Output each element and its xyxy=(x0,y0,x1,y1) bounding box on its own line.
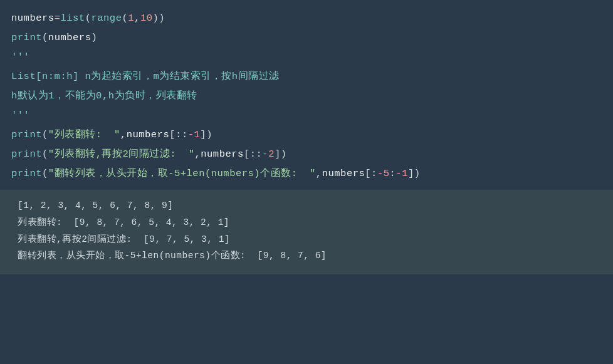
paren: ( xyxy=(42,168,48,179)
bracket: ] xyxy=(408,168,414,179)
docstring: List[n:m:h] n为起始索引，m为结束索引，按h间隔过滤 xyxy=(11,71,280,82)
number: 2 xyxy=(268,148,275,160)
docstring: h默认为1，不能为0,h为负时，列表翻转 xyxy=(11,90,197,101)
bracket: ] xyxy=(200,129,206,140)
number: 10 xyxy=(140,13,153,24)
colon: : xyxy=(176,129,182,140)
colon: : xyxy=(250,148,256,160)
function: print xyxy=(11,148,42,160)
output-line: 翻转列表，从头开始，取-5+len(numbers)个函数: [9, 8, 7,… xyxy=(18,247,595,264)
code-line: ''' xyxy=(11,48,602,67)
code-line: print(numbers) xyxy=(11,28,602,48)
comma: , xyxy=(134,13,140,24)
paren: ( xyxy=(42,129,48,140)
code-line: List[n:m:h] n为起始索引，m为结束索引，按h间隔过滤 xyxy=(11,67,602,86)
function: range xyxy=(91,13,122,24)
paren: ) xyxy=(91,32,97,43)
string: "列表翻转,再按2间隔过滤: " xyxy=(48,148,195,160)
docstring-delim: ''' xyxy=(11,51,29,63)
minus: - xyxy=(377,168,384,179)
bracket: [ xyxy=(365,168,371,179)
paren: ) xyxy=(153,13,159,24)
bracket: [ xyxy=(244,148,250,160)
function: list xyxy=(60,13,85,24)
code-line: h默认为1，不能为0,h为负时，列表翻转 xyxy=(11,86,602,106)
comma: , xyxy=(120,129,127,140)
output-line: 列表翻转,再按2间隔过滤: [9, 7, 5, 3, 1] xyxy=(18,231,595,248)
output-line: [1, 2, 3, 4, 5, 6, 7, 8, 9] xyxy=(18,197,595,214)
variable: numbers xyxy=(48,32,92,43)
code-line: print("列表翻转,再按2间隔过滤: ",numbers[::-2]) xyxy=(11,145,602,164)
string: "翻转列表，从头开始，取-5+len(numbers)个函数: " xyxy=(48,168,316,179)
bracket: [ xyxy=(169,129,176,140)
paren: ) xyxy=(281,148,287,160)
colon: : xyxy=(390,168,396,179)
paren: ) xyxy=(206,129,212,140)
code-line: print("翻转列表，从头开始，取-5+len(numbers)个函数: ",… xyxy=(11,164,602,184)
number: 1 xyxy=(194,129,201,140)
minus: - xyxy=(262,148,268,160)
colon: : xyxy=(182,129,188,140)
paren: ) xyxy=(414,168,421,179)
minus: - xyxy=(396,168,402,179)
output-line: 列表翻转: [9, 8, 7, 6, 5, 4, 3, 2, 1] xyxy=(18,214,595,231)
paren: ( xyxy=(42,32,48,43)
variable: numbers xyxy=(201,148,244,160)
bracket: ] xyxy=(275,148,281,160)
number: 1 xyxy=(128,13,134,24)
number: 1 xyxy=(402,168,408,179)
colon: : xyxy=(371,168,377,179)
comma: , xyxy=(316,168,322,179)
docstring-delim: ''' xyxy=(11,110,29,121)
function: print xyxy=(11,129,42,140)
paren: ) xyxy=(159,13,165,24)
code-line: print("列表翻转: ",numbers[::-1]) xyxy=(11,125,602,145)
function: print xyxy=(11,32,42,43)
colon: : xyxy=(256,148,263,160)
variable: numbers xyxy=(11,13,55,24)
operator: = xyxy=(55,13,61,24)
paren: ( xyxy=(42,148,48,160)
code-editor[interactable]: numbers=list(range(1,10)) print(numbers)… xyxy=(0,0,613,190)
number: 5 xyxy=(384,168,390,179)
comma: , xyxy=(194,148,201,160)
code-line: numbers=list(range(1,10)) xyxy=(11,9,602,28)
output-panel: [1, 2, 3, 4, 5, 6, 7, 8, 9] 列表翻转: [9, 8,… xyxy=(0,190,613,274)
variable: numbers xyxy=(127,129,170,140)
function: print xyxy=(11,168,42,179)
string: "列表翻转: " xyxy=(48,129,120,140)
variable: numbers xyxy=(322,168,365,179)
minus: - xyxy=(188,129,194,140)
code-line: ''' xyxy=(11,106,602,125)
paren: ( xyxy=(122,13,128,24)
paren: ( xyxy=(85,13,92,24)
